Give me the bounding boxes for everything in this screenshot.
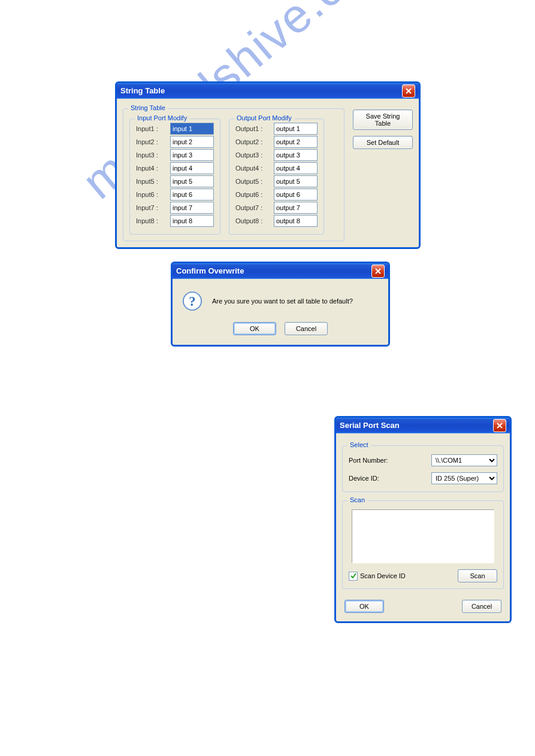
string-table-group-legend: String Table xyxy=(128,104,168,111)
ok-button[interactable]: OK xyxy=(233,322,276,335)
string-table-window: String Table String Table Input Port Mod… xyxy=(115,81,421,249)
confirm-titlebar[interactable]: Confirm Overwrite xyxy=(173,263,388,279)
string-table-title: String Table xyxy=(120,83,165,99)
output-label: Output6 : xyxy=(235,191,271,198)
serial-titlebar[interactable]: Serial Port Scan xyxy=(336,418,510,433)
input-label: Input7 : xyxy=(136,204,168,211)
serial-title: Serial Port Scan xyxy=(340,418,400,433)
input-label: Input5 : xyxy=(136,178,168,185)
string-table-titlebar[interactable]: String Table xyxy=(117,83,419,99)
close-icon[interactable] xyxy=(402,84,415,98)
scan-results-box xyxy=(352,509,494,563)
output-label: Output8 : xyxy=(235,217,271,224)
output6-field[interactable] xyxy=(274,189,318,201)
confirm-overwrite-dialog: Confirm Overwrite ? Are you sure you wan… xyxy=(171,262,390,347)
input-label: Input8 : xyxy=(136,217,168,224)
input-label: Input6 : xyxy=(136,191,168,198)
input3-field[interactable] xyxy=(170,149,214,161)
confirm-title: Confirm Overwrite xyxy=(176,263,244,279)
question-icon: ? xyxy=(182,291,202,311)
cancel-button[interactable]: Cancel xyxy=(285,322,328,335)
scan-group-legend: Scan xyxy=(347,496,367,503)
output-port-legend: Output Port Modify xyxy=(234,114,294,122)
close-icon[interactable] xyxy=(371,265,385,278)
port-number-select[interactable]: \\.\COM1 xyxy=(431,454,497,466)
cancel-button[interactable]: Cancel xyxy=(462,600,501,613)
svg-text:?: ? xyxy=(189,294,195,309)
output5-field[interactable] xyxy=(274,175,318,187)
output-label: Output2 : xyxy=(235,138,271,145)
input8-field[interactable] xyxy=(170,215,214,227)
output8-field[interactable] xyxy=(274,215,318,227)
select-group-legend: Select xyxy=(347,441,371,448)
input6-field[interactable] xyxy=(170,189,214,201)
input7-field[interactable] xyxy=(170,202,214,214)
set-default-button[interactable]: Set Default xyxy=(353,136,413,149)
scan-device-id-label: Scan Device ID xyxy=(360,572,406,579)
input2-field[interactable] xyxy=(170,136,214,148)
confirm-message: Are you sure you want to set all table t… xyxy=(212,297,353,305)
output2-field[interactable] xyxy=(274,136,318,148)
checkbox-icon xyxy=(349,572,358,581)
input-label: Input1 : xyxy=(136,125,168,132)
output7-field[interactable] xyxy=(274,202,318,214)
save-string-table-button[interactable]: Save String Table xyxy=(353,110,413,130)
input-port-legend: Input Port Modify xyxy=(135,114,189,122)
serial-port-scan-window: Serial Port Scan Select Port Number: \\.… xyxy=(334,416,512,623)
input1-field[interactable] xyxy=(170,123,214,135)
device-id-select[interactable]: ID 255 (Super) xyxy=(431,472,497,484)
output3-field[interactable] xyxy=(274,149,318,161)
close-icon[interactable] xyxy=(493,419,506,432)
output-label: Output7 : xyxy=(235,204,271,211)
output-label: Output1 : xyxy=(235,125,271,132)
output-label: Output5 : xyxy=(235,178,271,185)
input-label: Input3 : xyxy=(136,151,168,159)
output-label: Output4 : xyxy=(235,165,271,172)
input5-field[interactable] xyxy=(170,175,214,187)
output-label: Output3 : xyxy=(235,151,271,159)
input-label: Input4 : xyxy=(136,165,168,172)
output1-field[interactable] xyxy=(274,123,318,135)
ok-button[interactable]: OK xyxy=(344,600,384,613)
scan-device-id-checkbox[interactable]: Scan Device ID xyxy=(349,572,406,581)
output4-field[interactable] xyxy=(274,162,318,174)
device-id-label: Device ID: xyxy=(349,475,379,482)
scan-button[interactable]: Scan xyxy=(458,569,497,582)
input4-field[interactable] xyxy=(170,162,214,174)
input-label: Input2 : xyxy=(136,138,168,145)
port-number-label: Port Number: xyxy=(349,457,388,464)
